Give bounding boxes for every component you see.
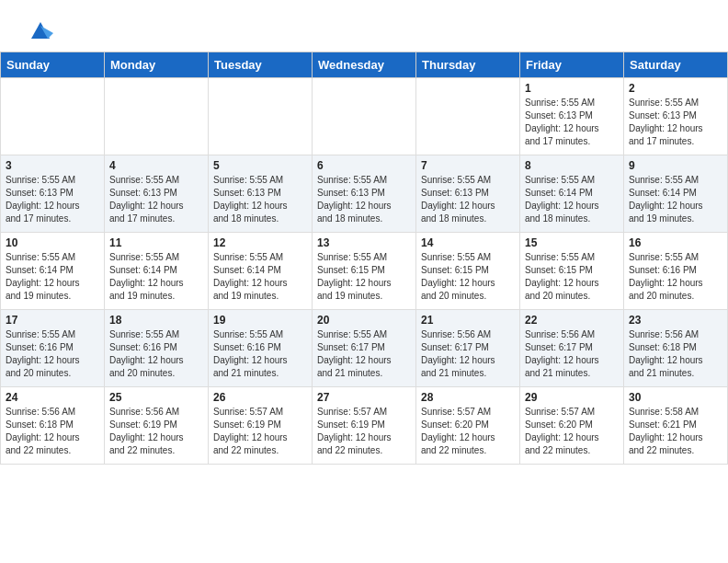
calendar-week-2: 3Sunrise: 5:55 AM Sunset: 6:13 PM Daylig… — [1, 155, 728, 233]
day-info: Sunrise: 5:55 AM Sunset: 6:13 PM Dayligh… — [6, 174, 99, 225]
calendar-cell — [1, 78, 105, 155]
day-number: 27 — [317, 391, 411, 404]
weekday-header-row: SundayMondayTuesdayWednesdayThursdayFrid… — [1, 52, 728, 78]
day-number: 18 — [109, 314, 203, 327]
day-number: 24 — [6, 391, 99, 404]
calendar-cell: 27Sunrise: 5:57 AM Sunset: 6:19 PM Dayli… — [313, 387, 416, 465]
day-number: 19 — [213, 314, 307, 327]
day-number: 29 — [525, 391, 619, 404]
day-number: 7 — [421, 159, 515, 172]
day-info: Sunrise: 5:56 AM Sunset: 6:19 PM Dayligh… — [109, 406, 203, 457]
logo-icon — [28, 17, 53, 42]
day-info: Sunrise: 5:55 AM Sunset: 6:16 PM Dayligh… — [6, 328, 99, 380]
weekday-header-tuesday: Tuesday — [209, 52, 313, 78]
calendar-cell: 13Sunrise: 5:55 AM Sunset: 6:15 PM Dayli… — [313, 233, 416, 310]
day-number: 15 — [525, 236, 619, 249]
day-info: Sunrise: 5:57 AM Sunset: 6:20 PM Dayligh… — [421, 406, 515, 457]
day-number: 8 — [525, 159, 619, 172]
day-info: Sunrise: 5:55 AM Sunset: 6:14 PM Dayligh… — [525, 174, 619, 225]
day-number: 9 — [629, 159, 722, 172]
calendar-cell: 3Sunrise: 5:55 AM Sunset: 6:13 PM Daylig… — [1, 155, 105, 233]
calendar-cell: 4Sunrise: 5:55 AM Sunset: 6:13 PM Daylig… — [105, 155, 209, 233]
day-number: 13 — [317, 236, 411, 249]
day-number: 21 — [421, 314, 515, 327]
calendar-cell: 14Sunrise: 5:55 AM Sunset: 6:15 PM Dayli… — [416, 233, 520, 310]
day-number: 6 — [317, 159, 411, 172]
day-number: 1 — [525, 82, 619, 95]
day-number: 11 — [109, 236, 203, 249]
day-number: 30 — [629, 391, 722, 404]
calendar-cell: 18Sunrise: 5:55 AM Sunset: 6:16 PM Dayli… — [105, 310, 209, 387]
calendar-cell: 1Sunrise: 5:55 AM Sunset: 6:13 PM Daylig… — [520, 78, 624, 155]
calendar-cell: 6Sunrise: 5:55 AM Sunset: 6:13 PM Daylig… — [313, 155, 416, 233]
calendar-cell: 23Sunrise: 5:56 AM Sunset: 6:18 PM Dayli… — [624, 310, 728, 387]
calendar-cell — [105, 78, 209, 155]
day-info: Sunrise: 5:55 AM Sunset: 6:13 PM Dayligh… — [525, 97, 619, 148]
weekday-header-sunday: Sunday — [1, 52, 105, 78]
day-info: Sunrise: 5:55 AM Sunset: 6:13 PM Dayligh… — [629, 97, 722, 148]
day-info: Sunrise: 5:56 AM Sunset: 6:18 PM Dayligh… — [6, 406, 99, 457]
calendar-cell: 10Sunrise: 5:55 AM Sunset: 6:14 PM Dayli… — [1, 233, 105, 310]
calendar-cell: 5Sunrise: 5:55 AM Sunset: 6:13 PM Daylig… — [209, 155, 313, 233]
day-number: 10 — [6, 236, 99, 249]
calendar-cell: 29Sunrise: 5:57 AM Sunset: 6:20 PM Dayli… — [520, 387, 624, 465]
day-info: Sunrise: 5:55 AM Sunset: 6:13 PM Dayligh… — [317, 174, 411, 225]
day-info: Sunrise: 5:55 AM Sunset: 6:13 PM Dayligh… — [109, 174, 203, 225]
weekday-header-saturday: Saturday — [624, 52, 728, 78]
day-info: Sunrise: 5:57 AM Sunset: 6:19 PM Dayligh… — [213, 406, 307, 457]
day-info: Sunrise: 5:56 AM Sunset: 6:17 PM Dayligh… — [421, 328, 515, 380]
logo — [22, 17, 53, 42]
day-number: 28 — [421, 391, 515, 404]
calendar-cell: 24Sunrise: 5:56 AM Sunset: 6:18 PM Dayli… — [1, 387, 105, 465]
calendar-cell: 7Sunrise: 5:55 AM Sunset: 6:13 PM Daylig… — [416, 155, 520, 233]
day-number: 4 — [109, 159, 203, 172]
calendar-cell: 28Sunrise: 5:57 AM Sunset: 6:20 PM Dayli… — [416, 387, 520, 465]
day-info: Sunrise: 5:55 AM Sunset: 6:16 PM Dayligh… — [629, 251, 722, 303]
day-info: Sunrise: 5:55 AM Sunset: 6:15 PM Dayligh… — [317, 251, 411, 303]
day-number: 20 — [317, 314, 411, 327]
day-number: 16 — [629, 236, 722, 249]
day-number: 14 — [421, 236, 515, 249]
day-info: Sunrise: 5:58 AM Sunset: 6:21 PM Dayligh… — [629, 406, 722, 457]
calendar-cell: 11Sunrise: 5:55 AM Sunset: 6:14 PM Dayli… — [105, 233, 209, 310]
calendar-cell: 26Sunrise: 5:57 AM Sunset: 6:19 PM Dayli… — [209, 387, 313, 465]
day-info: Sunrise: 5:57 AM Sunset: 6:19 PM Dayligh… — [317, 406, 411, 457]
day-info: Sunrise: 5:55 AM Sunset: 6:16 PM Dayligh… — [109, 328, 203, 380]
day-number: 17 — [6, 314, 99, 327]
day-info: Sunrise: 5:55 AM Sunset: 6:13 PM Dayligh… — [421, 174, 515, 225]
calendar-cell — [209, 78, 313, 155]
calendar-week-5: 24Sunrise: 5:56 AM Sunset: 6:18 PM Dayli… — [1, 387, 728, 465]
day-info: Sunrise: 5:55 AM Sunset: 6:13 PM Dayligh… — [213, 174, 307, 225]
calendar-cell: 16Sunrise: 5:55 AM Sunset: 6:16 PM Dayli… — [624, 233, 728, 310]
calendar-cell: 8Sunrise: 5:55 AM Sunset: 6:14 PM Daylig… — [520, 155, 624, 233]
weekday-header-thursday: Thursday — [416, 52, 520, 78]
day-number: 5 — [213, 159, 307, 172]
day-number: 12 — [213, 236, 307, 249]
day-info: Sunrise: 5:55 AM Sunset: 6:14 PM Dayligh… — [6, 251, 99, 303]
day-info: Sunrise: 5:55 AM Sunset: 6:14 PM Dayligh… — [109, 251, 203, 303]
day-number: 23 — [629, 314, 722, 327]
day-info: Sunrise: 5:55 AM Sunset: 6:16 PM Dayligh… — [213, 328, 307, 380]
day-info: Sunrise: 5:57 AM Sunset: 6:20 PM Dayligh… — [525, 406, 619, 457]
calendar-cell: 17Sunrise: 5:55 AM Sunset: 6:16 PM Dayli… — [1, 310, 105, 387]
day-number: 2 — [629, 82, 722, 95]
calendar-cell: 30Sunrise: 5:58 AM Sunset: 6:21 PM Dayli… — [624, 387, 728, 465]
calendar-cell — [313, 78, 416, 155]
calendar-cell: 21Sunrise: 5:56 AM Sunset: 6:17 PM Dayli… — [416, 310, 520, 387]
calendar-cell: 12Sunrise: 5:55 AM Sunset: 6:14 PM Dayli… — [209, 233, 313, 310]
day-info: Sunrise: 5:55 AM Sunset: 6:17 PM Dayligh… — [317, 328, 411, 380]
calendar-cell: 20Sunrise: 5:55 AM Sunset: 6:17 PM Dayli… — [313, 310, 416, 387]
weekday-header-friday: Friday — [520, 52, 624, 78]
day-info: Sunrise: 5:55 AM Sunset: 6:14 PM Dayligh… — [213, 251, 307, 303]
day-number: 3 — [6, 159, 99, 172]
day-info: Sunrise: 5:56 AM Sunset: 6:17 PM Dayligh… — [525, 328, 619, 380]
calendar-cell: 19Sunrise: 5:55 AM Sunset: 6:16 PM Dayli… — [209, 310, 313, 387]
weekday-header-wednesday: Wednesday — [313, 52, 416, 78]
day-info: Sunrise: 5:55 AM Sunset: 6:15 PM Dayligh… — [525, 251, 619, 303]
day-number: 26 — [213, 391, 307, 404]
calendar-cell: 25Sunrise: 5:56 AM Sunset: 6:19 PM Dayli… — [105, 387, 209, 465]
day-info: Sunrise: 5:55 AM Sunset: 6:15 PM Dayligh… — [421, 251, 515, 303]
day-info: Sunrise: 5:55 AM Sunset: 6:14 PM Dayligh… — [629, 174, 722, 225]
calendar-cell: 15Sunrise: 5:55 AM Sunset: 6:15 PM Dayli… — [520, 233, 624, 310]
calendar-cell: 9Sunrise: 5:55 AM Sunset: 6:14 PM Daylig… — [624, 155, 728, 233]
